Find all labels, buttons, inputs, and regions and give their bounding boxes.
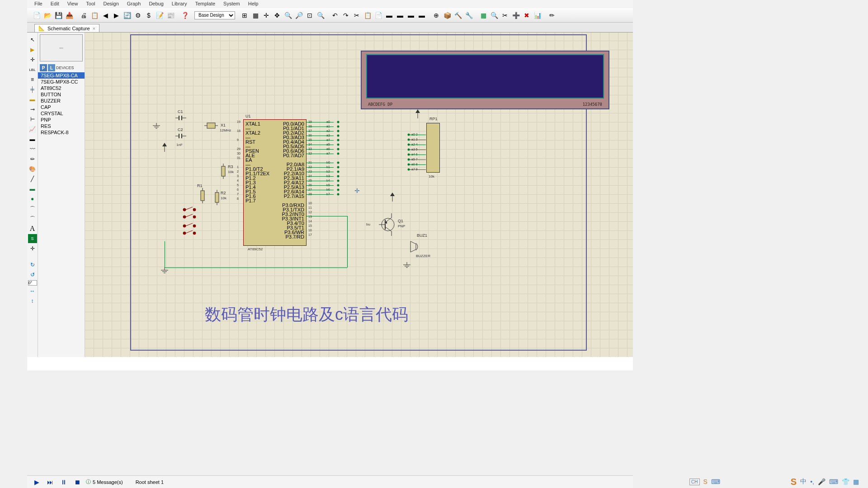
zoom-area-icon[interactable]: 🔍 xyxy=(316,10,326,20)
power-icon[interactable] xyxy=(160,143,169,152)
import-icon[interactable]: 📥 xyxy=(64,10,74,20)
menu-view[interactable]: View xyxy=(67,1,78,7)
block-delete-icon[interactable]: ▬ xyxy=(417,10,427,20)
paste-icon[interactable]: 📄 xyxy=(373,10,383,20)
buttons-group[interactable] xyxy=(180,206,207,242)
config-icon[interactable]: 📰 xyxy=(165,10,175,20)
text-mode-icon[interactable]: ≡ xyxy=(28,75,37,84)
ime-grid-icon[interactable]: ▦ xyxy=(853,478,859,485)
refresh-icon[interactable]: 🔄 xyxy=(122,10,132,20)
text2-mode-icon[interactable]: A xyxy=(28,224,37,233)
component-rp1[interactable] xyxy=(426,123,440,173)
dollar-icon[interactable]: $ xyxy=(144,10,154,20)
ime-kbd2-icon[interactable]: ⌨ xyxy=(829,478,838,485)
ime-shirt-icon[interactable]: 👕 xyxy=(842,478,849,485)
path-mode-icon[interactable]: ⌒ xyxy=(28,214,37,223)
decompose-icon[interactable]: 🔨 xyxy=(453,10,463,20)
list-item[interactable]: RESPACK-8 xyxy=(38,129,85,136)
print-area-icon[interactable]: 🖨 xyxy=(79,10,89,20)
instrument-mode-icon[interactable]: 🎨 xyxy=(28,164,37,174)
ime-mic-icon[interactable]: 🎤 xyxy=(818,478,826,485)
pick-device-button[interactable]: P xyxy=(40,64,47,71)
menu-system[interactable]: System xyxy=(223,1,240,7)
mark-output-icon[interactable]: 📋 xyxy=(90,10,99,20)
pick-icon[interactable]: ⊕ xyxy=(431,10,441,20)
terminal-mode-icon[interactable]: ⊸ xyxy=(28,105,37,114)
rotation-input[interactable] xyxy=(28,280,37,286)
ime-s-icon[interactable]: S xyxy=(791,477,797,487)
mirror-v-icon[interactable]: ↕ xyxy=(28,296,37,305)
marker-mode-icon[interactable]: ✛ xyxy=(28,244,37,253)
junction-mode-icon[interactable]: ✛ xyxy=(28,55,37,64)
toggle-grid-icon[interactable]: ⊞ xyxy=(240,10,250,20)
box-mode-icon[interactable]: ▬ xyxy=(28,184,37,193)
ground-icon[interactable] xyxy=(159,267,170,275)
list-item[interactable]: 7SEG-MPX8-CA xyxy=(38,72,85,79)
rotate-ccw-icon[interactable]: ↺ xyxy=(28,270,37,279)
selection-mode-icon[interactable]: ↖ xyxy=(28,35,37,44)
menu-template[interactable]: Template xyxy=(195,1,215,7)
notes-icon[interactable]: 📝 xyxy=(155,10,165,20)
line-mode-icon[interactable]: ╱ xyxy=(28,174,37,183)
list-item[interactable]: BUTTON xyxy=(38,91,85,98)
probe-mode-icon[interactable]: ✏ xyxy=(28,155,37,164)
ime-lang[interactable]: CH xyxy=(689,479,699,485)
symbol-mode-icon[interactable]: S xyxy=(28,234,37,243)
list-item[interactable]: RES xyxy=(38,123,85,129)
library-button[interactable]: L xyxy=(48,64,55,71)
tab-schematic[interactable]: 📐 Schematic Capture × xyxy=(34,24,99,32)
schematic-canvas[interactable]: U1 XTAL1—XTAL2—RST—PSENALEEA—P1.0/T2P1.1… xyxy=(85,33,633,357)
block-rotate-icon[interactable]: ▬ xyxy=(406,10,416,20)
component-q1[interactable] xyxy=(379,213,397,236)
component-u1[interactable]: XTAL1—XTAL2—RST—PSENALEEA—P1.0/T2P1.1/T2… xyxy=(243,119,307,246)
ground-icon[interactable] xyxy=(401,262,412,269)
block-move-icon[interactable]: ▬ xyxy=(395,10,405,20)
subcircuit-mode-icon[interactable]: ▬ xyxy=(28,95,37,104)
undo-icon[interactable]: ↶ xyxy=(330,10,340,20)
play-icon[interactable]: ▶ xyxy=(32,477,42,487)
component-r3[interactable] xyxy=(221,164,226,179)
step-icon[interactable]: ⏭ xyxy=(45,477,55,487)
cut-icon[interactable]: ✂ xyxy=(352,10,362,20)
component-c1[interactable] xyxy=(175,115,186,121)
component-buz1[interactable] xyxy=(408,239,421,255)
list-item[interactable]: PNP xyxy=(38,117,85,123)
help-icon[interactable]: ❓ xyxy=(180,10,190,20)
component-r2[interactable] xyxy=(214,190,220,205)
highlight-icon[interactable]: ✏ xyxy=(547,10,557,20)
netlist-icon[interactable]: ➕ xyxy=(511,10,521,20)
ground-icon[interactable] xyxy=(151,123,162,130)
ime-zh-icon[interactable]: 中 xyxy=(800,478,807,486)
pin-mode-icon[interactable]: ⊢ xyxy=(28,115,37,124)
erc-icon[interactable]: ✂ xyxy=(500,10,510,20)
graph-mode-icon[interactable]: 📈 xyxy=(28,125,37,134)
remove-icon[interactable]: ✖ xyxy=(522,10,532,20)
menu-edit[interactable]: Edit xyxy=(51,1,59,7)
component-x1[interactable] xyxy=(204,121,218,130)
find-icon[interactable]: 🔍 xyxy=(489,10,499,20)
zoom-out-icon[interactable]: 🔎 xyxy=(294,10,304,20)
component-display[interactable]: ABCDEFG DP 12345678 xyxy=(361,51,609,109)
menu-help[interactable]: Help xyxy=(248,1,259,7)
menu-library[interactable]: Library xyxy=(172,1,187,7)
list-item[interactable]: CRYSTAL xyxy=(38,110,85,117)
list-item[interactable]: CAP xyxy=(38,104,85,110)
messages-indicator[interactable]: ⓘ 5 Message(s) xyxy=(86,479,123,485)
wiretool-icon[interactable]: 🔧 xyxy=(464,10,474,20)
menu-design[interactable]: Design xyxy=(104,1,119,7)
list-item[interactable]: 7SEG-MPX8-CC xyxy=(38,79,85,85)
list-item[interactable]: BUZZER xyxy=(38,98,85,104)
bom-icon[interactable]: 📊 xyxy=(533,10,542,20)
mirror-h-icon[interactable]: ↔ xyxy=(28,286,37,296)
tab-close-icon[interactable]: × xyxy=(93,26,95,31)
pause-icon[interactable]: ⏸ xyxy=(59,477,69,487)
component-mode-icon[interactable]: ▶ xyxy=(28,45,37,54)
label-mode-icon[interactable]: LBL xyxy=(28,65,37,74)
menu-file[interactable]: File xyxy=(34,1,42,7)
component-r1[interactable] xyxy=(200,188,205,203)
overview-thumbnail[interactable]: ▫▫▫ xyxy=(40,34,83,61)
menu-graph[interactable]: Graph xyxy=(127,1,141,7)
rotate-cw-icon[interactable]: ↻ xyxy=(28,260,37,269)
circle-mode-icon[interactable]: ● xyxy=(28,194,37,203)
new-icon[interactable]: 📄 xyxy=(32,10,42,20)
